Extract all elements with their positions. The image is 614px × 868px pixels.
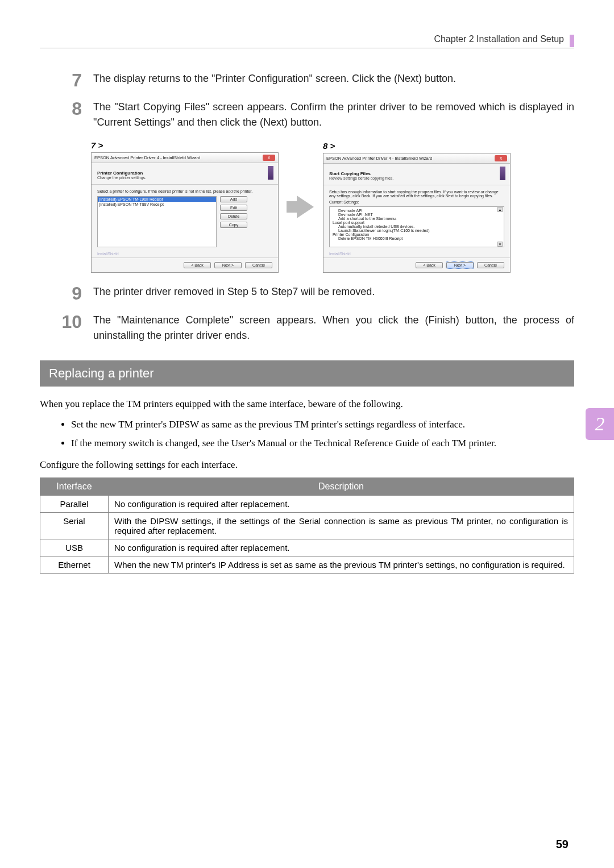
close-icon[interactable]: X bbox=[495, 155, 507, 161]
close-icon[interactable]: X bbox=[263, 155, 275, 161]
table-cell-description: No configuration is required after repla… bbox=[109, 496, 574, 513]
installshield-label: InstallShield bbox=[323, 252, 510, 258]
dialog-start-copying: EPSON Advanced Printer Driver 4 - Instal… bbox=[323, 153, 511, 273]
arrow-icon bbox=[287, 196, 315, 218]
back-button[interactable]: < Back bbox=[416, 262, 443, 268]
band-title: Start Copying Files bbox=[329, 171, 393, 176]
step-number: 10 bbox=[57, 313, 82, 331]
band-title: Printer Configuration bbox=[97, 171, 146, 176]
dialog-body: Select a printer to configure. If the de… bbox=[92, 185, 278, 252]
scroll-down-icon[interactable]: ▼ bbox=[497, 242, 503, 247]
settings-line: Add a shortcut to the Start menu. bbox=[333, 217, 501, 221]
page-number: 59 bbox=[556, 838, 569, 851]
chapter-side-tab: 2 bbox=[586, 408, 614, 440]
settings-textarea[interactable]: ▲ ▼ Devmode API Devmode API .NET Add a s… bbox=[329, 206, 504, 247]
printer-list-item[interactable]: (Installed) EPSON TM-T88V Receipt bbox=[98, 202, 216, 207]
screenshot-row: 7 > EPSON Advanced Printer Driver 4 - In… bbox=[91, 140, 574, 273]
dialog-titlebar: EPSON Advanced Printer Driver 4 - Instal… bbox=[323, 153, 510, 164]
step-9: 9 The printer driver removed in Step 5 t… bbox=[57, 284, 574, 302]
config-instruction-text: Configure the following settings for eac… bbox=[40, 458, 574, 472]
add-button[interactable]: Add bbox=[220, 196, 247, 202]
settings-line: Local port support bbox=[333, 221, 501, 225]
dialog-body: Setup has enough information to start co… bbox=[323, 185, 510, 252]
printer-button-column: Add Edit Delete Copy bbox=[220, 196, 247, 247]
dialog-title: EPSON Advanced Printer Driver 4 - Instal… bbox=[326, 156, 432, 161]
table-row: USB No configuration is required after r… bbox=[40, 539, 574, 556]
printer-list-item-selected[interactable]: (Installed) EPSON TM-L90II Receipt bbox=[98, 197, 216, 202]
edit-button[interactable]: Edit bbox=[220, 205, 247, 211]
settings-line: Delete EPSON TM-H6000III Receipt bbox=[333, 236, 501, 240]
band-text: Printer Configuration Change the printer… bbox=[97, 171, 146, 180]
chapter-accent-bar bbox=[570, 35, 574, 47]
screenshot-label-8: 8 > bbox=[323, 141, 511, 151]
dialog-printer-configuration: EPSON Advanced Printer Driver 4 - Instal… bbox=[91, 152, 279, 273]
step-number: 7 bbox=[57, 71, 82, 89]
settings-line: Printer Configuration bbox=[333, 232, 501, 236]
table-row: Parallel No configuration is required af… bbox=[40, 496, 574, 513]
installshield-label: InstallShield bbox=[92, 252, 278, 258]
step-7: 7 The display returns to the "Printer Co… bbox=[57, 71, 574, 89]
step-text: The "Start Copying Files" screen appears… bbox=[93, 99, 574, 130]
table-header-interface: Interface bbox=[40, 478, 109, 496]
cancel-button[interactable]: Cancel bbox=[245, 262, 272, 268]
table-cell-interface: USB bbox=[40, 539, 109, 556]
settings-line: Launch StatusViewer on login.(TM-C100 is… bbox=[333, 229, 501, 232]
dialog-instruction: Select a printer to configure. If the de… bbox=[97, 189, 272, 193]
printer-list[interactable]: (Installed) EPSON TM-L90II Receipt (Inst… bbox=[97, 196, 217, 247]
step-10: 10 The "Maintenance Complete" screen app… bbox=[57, 313, 574, 343]
dialog-header-band: Printer Configuration Change the printer… bbox=[92, 163, 278, 185]
table-cell-interface: Serial bbox=[40, 513, 109, 539]
table-cell-description: No configuration is required after repla… bbox=[109, 539, 574, 556]
table-header-description: Description bbox=[109, 478, 574, 496]
dialog-header-band: Start Copying Files Review settings befo… bbox=[323, 164, 510, 185]
step-text: The display returns to the "Printer Conf… bbox=[93, 71, 574, 86]
chapter-header: Chapter 2 Installation and Setup bbox=[434, 34, 564, 44]
screenshot-label-7: 7 > bbox=[91, 140, 279, 150]
dialog-title: EPSON Advanced Printer Driver 4 - Instal… bbox=[94, 155, 200, 160]
bullet-list: Set the new TM printer's DIPSW as same a… bbox=[71, 417, 574, 451]
table-row: Ethernet When the new TM printer's IP Ad… bbox=[40, 556, 574, 574]
next-button[interactable]: Next > bbox=[214, 262, 242, 268]
table-cell-interface: Parallel bbox=[40, 496, 109, 513]
bullet-item: Set the new TM printer's DIPSW as same a… bbox=[71, 417, 574, 432]
band-swatch bbox=[268, 166, 273, 180]
table-cell-interface: Ethernet bbox=[40, 556, 109, 574]
settings-line: Devmode API .NET bbox=[333, 213, 501, 217]
top-divider bbox=[40, 48, 574, 48]
steps-list-continued: 9 The printer driver removed in Step 5 t… bbox=[57, 284, 574, 343]
screenshot-7-block: 7 > EPSON Advanced Printer Driver 4 - In… bbox=[91, 140, 279, 273]
table-cell-description: When the new TM printer's IP Address is … bbox=[109, 556, 574, 574]
printer-config-row: (Installed) EPSON TM-L90II Receipt (Inst… bbox=[97, 196, 272, 247]
settings-line: Automatically install detected USB devic… bbox=[333, 225, 501, 229]
next-button[interactable]: Next > bbox=[446, 262, 474, 268]
band-subtitle: Review settings before copying files. bbox=[329, 176, 393, 180]
step-text: The "Maintenance Complete" screen appear… bbox=[93, 313, 574, 343]
copy-button[interactable]: Copy bbox=[220, 222, 247, 228]
cancel-button[interactable]: Cancel bbox=[477, 262, 504, 268]
bullet-item: If the memory switch is changed, see the… bbox=[71, 436, 574, 451]
band-swatch bbox=[500, 167, 505, 180]
chapter-header-wrap: Chapter 2 Installation and Setup bbox=[40, 34, 574, 48]
current-settings-label: Current Settings: bbox=[329, 200, 504, 204]
table-row: Serial With the DIPSW settings, if the s… bbox=[40, 513, 574, 539]
back-button[interactable]: < Back bbox=[184, 262, 211, 268]
dialog-titlebar: EPSON Advanced Printer Driver 4 - Instal… bbox=[92, 153, 278, 163]
interface-config-table: Interface Description Parallel No config… bbox=[40, 477, 574, 574]
step-text: The printer driver removed in Step 5 to … bbox=[93, 284, 574, 300]
band-subtitle: Change the printer settings. bbox=[97, 176, 146, 180]
table-cell-description: With the DIPSW settings, if the settings… bbox=[109, 513, 574, 539]
side-tab-number: 2 bbox=[595, 413, 605, 435]
section-heading-replacing-printer: Replacing a printer bbox=[40, 360, 574, 387]
section-intro-text: When you replace the TM printers equippe… bbox=[40, 397, 574, 412]
dialog-footer: < Back Next > Cancel bbox=[92, 258, 278, 272]
band-text: Start Copying Files Review settings befo… bbox=[329, 171, 393, 180]
dialog-footer: < Back Next > Cancel bbox=[323, 258, 510, 272]
screenshot-8-block: 8 > EPSON Advanced Printer Driver 4 - In… bbox=[323, 141, 511, 273]
step-number: 8 bbox=[57, 99, 82, 118]
settings-line: Devmode API bbox=[333, 209, 501, 213]
step-8: 8 The "Start Copying Files" screen appea… bbox=[57, 99, 574, 130]
step-number: 9 bbox=[57, 284, 82, 302]
scroll-up-icon[interactable]: ▲ bbox=[497, 207, 503, 212]
delete-button[interactable]: Delete bbox=[220, 213, 247, 219]
dialog-paragraph: Setup has enough information to start co… bbox=[329, 190, 504, 198]
